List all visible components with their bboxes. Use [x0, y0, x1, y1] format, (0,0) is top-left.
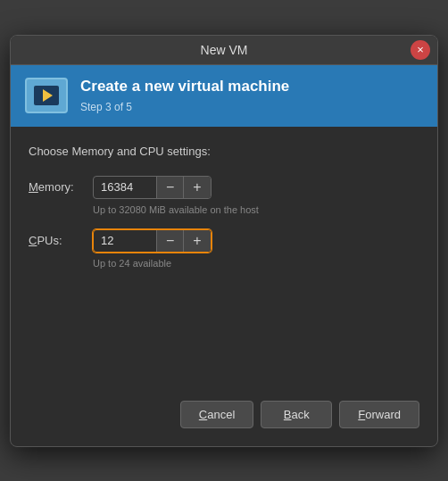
title-bar: New VM × [11, 36, 437, 65]
section-title: Choose Memory and CPU settings: [29, 145, 419, 158]
forward-button[interactable]: Forward [339, 401, 419, 428]
play-icon [43, 89, 53, 102]
cpu-spinner: − + [93, 229, 212, 253]
memory-spinner: − + [93, 176, 212, 199]
cpu-decrement-button[interactable]: − [156, 230, 183, 252]
memory-hint: Up to 32080 MiB available on the host [93, 204, 419, 215]
memory-row: Memory: − + [29, 176, 419, 199]
cpu-increment-button[interactable]: + [183, 230, 210, 252]
memory-input[interactable] [94, 177, 156, 197]
new-vm-dialog: New VM × Create a new virtual machine St… [10, 35, 438, 447]
cpu-hint: Up to 24 available [93, 258, 419, 269]
memory-decrement-button[interactable]: − [156, 177, 183, 198]
cpu-input[interactable] [94, 230, 156, 251]
footer: Cancel Back Forward [11, 386, 437, 446]
close-button[interactable]: × [411, 40, 430, 60]
cpu-row: CPUs: − + [29, 229, 419, 253]
back-button[interactable]: Back [261, 401, 332, 428]
content-area: Choose Memory and CPU settings: Memory: … [11, 127, 437, 297]
step-label: Step 3 of 5 [80, 101, 132, 113]
dialog-heading: Create a new virtual machine [80, 78, 289, 95]
dialog-title: New VM [201, 43, 248, 57]
memory-increment-button[interactable]: + [183, 177, 210, 198]
vm-icon-inner [34, 86, 59, 105]
cancel-button[interactable]: Cancel [180, 401, 253, 428]
memory-label: Memory: [29, 180, 93, 194]
cpu-label: CPUs: [29, 234, 93, 247]
header-text: Create a new virtual machine Step 3 of 5 [80, 78, 289, 114]
header-section: Create a new virtual machine Step 3 of 5 [11, 65, 437, 127]
vm-icon [25, 78, 68, 113]
